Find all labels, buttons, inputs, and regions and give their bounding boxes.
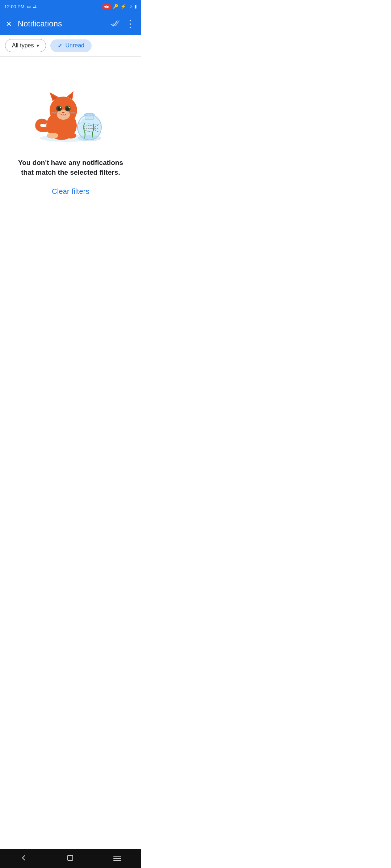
svg-point-27 <box>77 135 101 141</box>
moon-icon: ☽ <box>128 4 132 9</box>
battery-icon: ▮ <box>134 4 137 9</box>
status-bar-left: 12:00 PM ▭ ⇄ <box>4 4 37 9</box>
app-bar: ✕ Notifications ⋮ <box>0 13 141 35</box>
svg-point-12 <box>58 107 60 111</box>
video-record-icon: ●▶ <box>102 4 111 9</box>
bluetooth-icon: ⚡ <box>121 4 126 9</box>
time-display: 12:00 PM <box>4 4 25 9</box>
cast-icon: ⇄ <box>33 4 37 9</box>
status-bar-right: ●▶ 🔑 ⚡ ☽ ▮ <box>102 4 137 9</box>
empty-message: You don't have any notifications that ma… <box>14 158 127 177</box>
svg-point-13 <box>66 107 69 111</box>
empty-state: You don't have any notifications that ma… <box>0 57 141 210</box>
close-button[interactable]: ✕ <box>6 20 12 28</box>
svg-point-24 <box>84 113 94 116</box>
chevron-down-icon: ▾ <box>37 43 39 48</box>
cat-fishbowl-svg <box>31 78 110 144</box>
all-types-filter[interactable]: All types ▾ <box>5 39 46 52</box>
check-icon: ✓ <box>58 42 62 49</box>
mark-read-icon[interactable] <box>110 19 121 29</box>
svg-point-20 <box>65 133 76 139</box>
all-types-label: All types <box>12 42 34 49</box>
empty-illustration <box>31 78 110 144</box>
clear-filters-button[interactable]: Clear filters <box>52 187 89 196</box>
status-bar: 12:00 PM ▭ ⇄ ●▶ 🔑 ⚡ ☽ ▮ <box>0 0 141 13</box>
svg-point-14 <box>62 112 64 113</box>
unread-label: Unread <box>65 42 84 49</box>
page-title: Notifications <box>18 19 105 29</box>
filter-row: All types ▾ ✓ Unread <box>0 35 141 57</box>
screen-record-icon: ▭ <box>27 4 31 9</box>
svg-point-19 <box>47 133 58 139</box>
unread-filter[interactable]: ✓ Unread <box>50 39 91 52</box>
key-icon: 🔑 <box>113 4 118 9</box>
more-options-icon[interactable]: ⋮ <box>126 19 135 29</box>
